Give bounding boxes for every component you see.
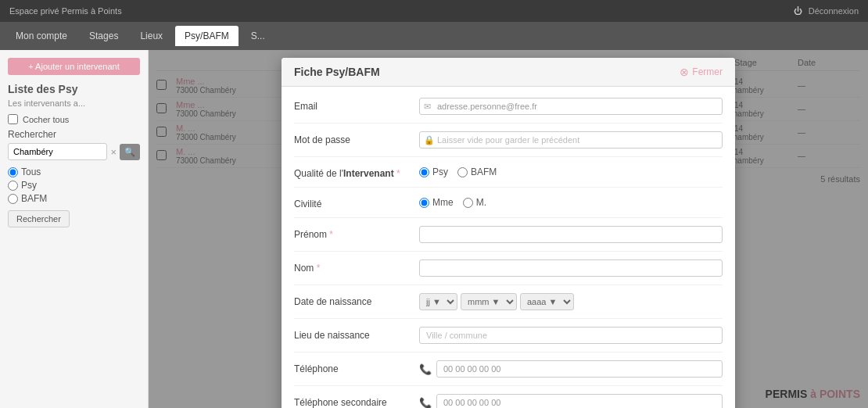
civility-m-radio[interactable] [463, 198, 473, 208]
nom-row: Nom * [294, 259, 723, 285]
quality-row: Qualité de l'Intervenant * Psy BAFM [294, 165, 723, 188]
civility-radio-group: Mme M. [419, 195, 723, 208]
filter-psy-radio[interactable] [8, 181, 18, 191]
phone-input-row: 📞 [419, 360, 723, 378]
top-bar-right: ⏻ Déconnexion [794, 6, 859, 16]
civility-m-label[interactable]: M. [463, 197, 486, 208]
phone-input[interactable] [436, 360, 723, 378]
prenom-control [419, 226, 723, 243]
civility-label: Civilité [294, 195, 419, 209]
modal: Fiche Psy/BAFM ⊗ Fermer Email ✉ [282, 58, 735, 408]
birth-place-control [419, 327, 723, 344]
phone-icon: 📞 [419, 363, 432, 375]
rechercher-button[interactable]: Rechercher [8, 210, 70, 227]
password-row: Mot de passe 🔒 [294, 131, 723, 157]
disconnect-icon: ⏻ [794, 6, 802, 16]
email-row: Email ✉ [294, 98, 723, 123]
close-label: Fermer [692, 66, 723, 77]
quality-psy-label[interactable]: Psy [419, 166, 448, 177]
list-title: Liste des Psy [8, 83, 140, 95]
close-icon: ⊗ [680, 66, 689, 78]
dob-day-select[interactable]: jj ▼ [419, 293, 457, 310]
dob-month-select[interactable]: mmm ▼ [461, 293, 517, 310]
modal-close-button[interactable]: ⊗ Fermer [680, 66, 723, 78]
modal-header: Fiche Psy/BAFM ⊗ Fermer [282, 58, 735, 87]
birth-place-input[interactable] [419, 327, 723, 344]
dob-date-row: jj ▼ mmm ▼ aaaa ▼ [419, 293, 723, 310]
search-row: × 🔍 [8, 143, 140, 160]
dob-year-select[interactable]: aaaa ▼ [520, 293, 574, 310]
phone-control: 📞 [419, 360, 723, 378]
dob-row: Date de naissance jj ▼ mmm ▼ aaaa [294, 293, 723, 319]
prenom-required-marker: * [329, 229, 333, 240]
search-label: Rechercher [8, 129, 140, 140]
nav-mon-compte[interactable]: Mon compte [6, 26, 77, 46]
list-subtitle: Les intervenants a... [8, 98, 140, 108]
phone-row: Téléphone 📞 [294, 360, 723, 386]
modal-overlay: Fiche Psy/BAFM ⊗ Fermer Email ✉ [149, 50, 868, 408]
prenom-label: Prénom * [294, 226, 419, 240]
phone2-input[interactable] [436, 394, 723, 408]
civility-mme-radio[interactable] [419, 198, 429, 208]
dob-control: jj ▼ mmm ▼ aaaa ▼ [419, 293, 723, 310]
nav-stages[interactable]: Stages [80, 26, 127, 46]
quality-required-marker: * [396, 168, 400, 179]
birth-place-row: Lieu de naissance [294, 327, 723, 353]
nav-psy-bafm[interactable]: Psy/BAFM [175, 26, 239, 46]
civility-mme-label[interactable]: Mme [419, 197, 454, 208]
filter-tous-radio[interactable] [8, 167, 18, 177]
email-label: Email [294, 98, 419, 112]
quality-psy-radio[interactable] [419, 167, 429, 177]
password-label: Mot de passe [294, 131, 419, 145]
filter-tous: Tous [8, 166, 140, 177]
phone2-label: Téléphone secondaire [294, 394, 419, 408]
phone2-row: Téléphone secondaire 📞 [294, 394, 723, 408]
search-go-button[interactable]: 🔍 [120, 144, 140, 160]
civility-row: Civilité Mme M. [294, 195, 723, 218]
filter-psy: Psy [8, 180, 140, 191]
clear-search-button[interactable]: × [110, 146, 117, 158]
nom-label: Nom * [294, 259, 419, 274]
search-input[interactable] [8, 143, 107, 160]
filter-radio-group: Tous Psy BAFM [8, 166, 140, 204]
sidebar: + Ajouter un intervenant Liste des Psy L… [0, 50, 149, 408]
prenom-input[interactable] [419, 226, 723, 243]
birth-place-label: Lieu de naissance [294, 327, 419, 341]
check-all-checkbox[interactable] [8, 114, 18, 124]
content-area: Dernier Stage Date Mme ... 73000 Chambér… [149, 50, 868, 408]
search-input-wrap [8, 143, 107, 160]
phone2-control: 📞 [419, 394, 723, 408]
check-all-row: Cocher tous [8, 114, 140, 124]
quality-bafm-label[interactable]: BAFM [457, 166, 497, 177]
nav-bar: Mon compte Stages Lieux Psy/BAFM S... 09… [0, 22, 868, 50]
email-input-wrap: ✉ [419, 98, 723, 115]
top-bar: Espace privé Permis à Points ⏻ Déconnexi… [0, 0, 868, 22]
quality-label: Qualité de l'Intervenant * [294, 165, 419, 179]
quality-bafm-radio[interactable] [457, 167, 468, 177]
password-control: 🔒 [419, 131, 723, 149]
phone-label: Téléphone [294, 360, 419, 374]
nav-s[interactable]: S... [242, 26, 274, 46]
civility-control: Mme M. [419, 195, 723, 208]
nav-lieux[interactable]: Lieux [131, 26, 172, 46]
modal-title: Fiche Psy/BAFM [294, 66, 380, 78]
filter-bafm-radio[interactable] [8, 194, 18, 204]
phone2-input-row: 📞 [419, 394, 723, 408]
filter-tous-label: Tous [21, 166, 41, 177]
disconnect-link[interactable]: Déconnexion [809, 6, 859, 16]
main-layout: + Ajouter un intervenant Liste des Psy L… [0, 50, 868, 408]
filter-bafm-label: BAFM [21, 193, 47, 204]
quality-control: Psy BAFM [419, 165, 723, 177]
phone2-icon: 📞 [419, 397, 432, 409]
filter-psy-label: Psy [21, 180, 37, 191]
add-intervenant-button[interactable]: + Ajouter un intervenant [8, 58, 140, 75]
lock-icon: 🔒 [424, 135, 435, 145]
nom-required-marker: * [317, 263, 321, 274]
nom-input[interactable] [419, 259, 723, 277]
email-input[interactable] [419, 98, 723, 115]
password-input-wrap: 🔒 [419, 131, 723, 149]
password-input[interactable] [419, 131, 723, 149]
email-icon: ✉ [424, 102, 431, 112]
modal-body: Email ✉ Mot de passe [282, 87, 735, 408]
search-box: Rechercher × 🔍 [8, 129, 140, 160]
